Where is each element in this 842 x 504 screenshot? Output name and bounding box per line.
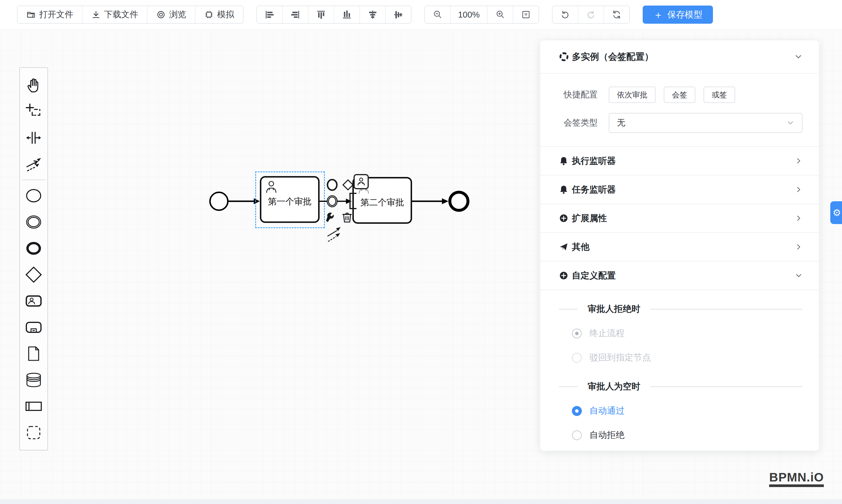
sign-type-row: 会签类型 无 xyxy=(559,113,803,133)
canvas-bottom-strip xyxy=(0,499,842,504)
save-model-button[interactable]: ＋ 保存模型 xyxy=(643,5,713,24)
end-event-shape[interactable] xyxy=(449,191,470,212)
distribute-horizontal-icon xyxy=(368,10,378,20)
save-model-label: 保存模型 xyxy=(667,9,702,21)
append-gateway-icon[interactable] xyxy=(341,178,355,192)
sequence-flow-3[interactable] xyxy=(412,193,450,210)
task-label: 第一个审批 xyxy=(268,196,312,208)
restart-button[interactable] xyxy=(603,6,629,23)
task-first-approval[interactable]: 第一个审批 xyxy=(260,176,320,223)
chevron-right-icon xyxy=(795,186,803,193)
group-icon xyxy=(24,424,43,442)
global-connect-tool[interactable] xyxy=(20,151,48,177)
undo-button[interactable] xyxy=(552,6,578,23)
distribute-vertical-button[interactable] xyxy=(385,6,411,23)
divider xyxy=(559,386,578,387)
create-data-object[interactable] xyxy=(20,341,48,367)
plus-circle-icon xyxy=(559,214,568,223)
redo-icon xyxy=(586,10,596,20)
connect-tool-icon[interactable] xyxy=(326,226,344,243)
open-file-button[interactable]: 打开文件 xyxy=(18,6,82,23)
radio-label: 自动通过 xyxy=(590,405,625,417)
lasso-tool[interactable] xyxy=(20,98,48,125)
panel-title: 多实例（会签配置） xyxy=(572,51,794,63)
chevron-down-icon xyxy=(795,272,803,280)
radio-label: 终止流程 xyxy=(590,327,625,339)
align-bottom-button[interactable] xyxy=(334,6,359,23)
create-data-store[interactable] xyxy=(20,367,48,393)
append-intermediate-event-icon[interactable] xyxy=(326,195,339,208)
create-intermediate-event[interactable] xyxy=(20,209,48,235)
create-subprocess[interactable] xyxy=(20,314,48,341)
radio-label: 自动拒绝 xyxy=(590,429,625,441)
zoom-out-button[interactable] xyxy=(425,6,450,23)
radio-icon xyxy=(572,430,582,440)
redo-button[interactable] xyxy=(578,6,603,23)
hand-tool[interactable] xyxy=(20,72,48,98)
sign-type-select[interactable]: 无 xyxy=(609,113,803,133)
align-left-icon xyxy=(265,10,275,20)
hand-tool-icon xyxy=(24,76,43,94)
align-right-icon xyxy=(290,10,300,20)
section-execution-listeners[interactable]: 执行监听器 xyxy=(559,147,803,175)
append-user-task-icon[interactable] xyxy=(353,174,369,189)
divider xyxy=(540,290,819,290)
quick-config-sequential-button[interactable]: 依次审批 xyxy=(609,87,655,103)
radio-auto-pass[interactable]: 自动通过 xyxy=(572,405,803,417)
start-event-shape[interactable] xyxy=(209,192,229,211)
settings-tab[interactable]: ⚙ xyxy=(830,201,842,224)
section-label: 执行监听器 xyxy=(572,155,795,167)
change-type-wrench-icon[interactable] xyxy=(325,211,338,224)
download-file-label: 下载文件 xyxy=(104,9,138,20)
section-custom-config[interactable]: 自定义配置 xyxy=(559,262,803,290)
create-start-event[interactable] xyxy=(20,182,48,209)
radio-return-to-node[interactable]: 驳回到指定节点 xyxy=(572,352,803,364)
data-store-icon xyxy=(24,371,43,389)
zoom-level: 100% xyxy=(450,6,488,23)
plus-circle-icon xyxy=(559,271,568,280)
radio-auto-reject[interactable]: 自动拒绝 xyxy=(572,429,803,441)
zoom-out-icon xyxy=(433,10,442,20)
bpmn-io-logo[interactable]: BPMN.iO xyxy=(769,471,824,487)
plus-icon: ＋ xyxy=(653,10,663,20)
append-end-event-icon[interactable] xyxy=(326,178,339,192)
chevron-right-icon xyxy=(795,157,803,165)
space-tool[interactable] xyxy=(20,125,48,151)
reject-when-title: 审批人拒绝时 xyxy=(559,303,803,315)
download-file-button[interactable]: 下载文件 xyxy=(82,6,147,23)
create-participant[interactable] xyxy=(20,393,48,419)
browse-button[interactable]: 浏览 xyxy=(147,6,195,23)
section-other[interactable]: 其他 xyxy=(559,233,803,261)
radio-terminate-process[interactable]: 终止流程 xyxy=(572,327,803,339)
section-task-listeners[interactable]: 任务监听器 xyxy=(559,176,803,203)
divider xyxy=(650,386,803,387)
fit-viewport-button[interactable] xyxy=(513,6,539,23)
radio-icon xyxy=(572,406,582,416)
align-top-button[interactable] xyxy=(308,6,334,23)
align-left-button[interactable] xyxy=(257,6,282,23)
append-text-annotation-icon[interactable] xyxy=(348,192,358,210)
divider xyxy=(559,309,578,309)
file-actions-group: 打开文件 下载文件 浏览 模拟 xyxy=(17,5,244,24)
bell-icon xyxy=(559,185,568,194)
intermediate-event-icon xyxy=(24,213,43,231)
group-title-text: 审批人拒绝时 xyxy=(588,303,641,315)
create-gateway[interactable] xyxy=(20,262,48,288)
create-end-event[interactable] xyxy=(20,235,48,262)
multi-instance-header[interactable]: 多实例（会签配置） xyxy=(559,40,803,73)
radio-icon xyxy=(572,353,582,363)
section-extended-properties[interactable]: 扩展属性 xyxy=(559,204,803,232)
download-icon xyxy=(91,10,101,19)
quick-config-orsign-button[interactable]: 或签 xyxy=(704,87,735,103)
history-group xyxy=(552,5,630,24)
zoom-in-button[interactable] xyxy=(488,6,513,23)
space-tool-icon xyxy=(24,129,43,147)
view-icon xyxy=(156,10,166,19)
simulate-button[interactable]: 模拟 xyxy=(195,6,243,23)
delete-trash-icon[interactable] xyxy=(341,211,353,224)
quick-config-countersign-button[interactable]: 会签 xyxy=(664,87,695,103)
create-user-task[interactable] xyxy=(20,288,48,314)
create-group[interactable] xyxy=(20,419,48,446)
distribute-horizontal-button[interactable] xyxy=(359,6,385,23)
align-right-button[interactable] xyxy=(282,6,308,23)
